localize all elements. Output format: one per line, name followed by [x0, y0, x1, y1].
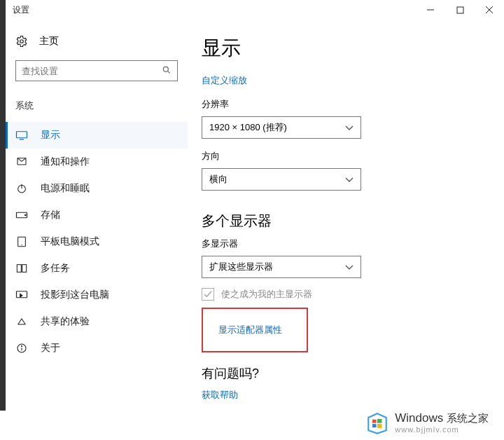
svg-rect-17 — [22, 265, 27, 273]
adapter-properties-link[interactable]: 显示适配器属性 — [218, 324, 282, 336]
settings-window: 设置 主页 — [6, 0, 504, 411]
custom-scale-link[interactable]: 自定义缩放 — [202, 74, 497, 87]
resolution-select[interactable]: 1920 × 1080 (推荐) — [202, 116, 361, 139]
sidebar-item-display[interactable]: 显示 — [6, 122, 188, 149]
multi-display-value: 扩展这些显示器 — [209, 261, 273, 273]
sidebar-item-project[interactable]: 投影到这台电脑 — [6, 282, 188, 308]
search-icon — [162, 65, 172, 77]
sidebar-item-notifications[interactable]: 通知和操作 — [6, 149, 188, 175]
orientation-value: 横向 — [209, 173, 227, 186]
svg-rect-26 — [377, 424, 382, 428]
svg-point-4 — [20, 40, 24, 43]
sidebar-item-label: 显示 — [41, 129, 60, 142]
search-box[interactable] — [15, 60, 178, 81]
storage-icon — [15, 209, 28, 221]
watermark-brand-en: Windows — [395, 411, 443, 425]
help-title: 有问题吗? — [202, 365, 497, 382]
about-icon — [15, 342, 28, 355]
sidebar-item-label: 共享的体验 — [41, 315, 90, 328]
svg-point-5 — [163, 67, 168, 71]
home-label: 主页 — [39, 35, 59, 48]
windows-logo-icon — [365, 411, 389, 434]
page-title: 显示 — [202, 35, 497, 62]
content-pane: 显示 自定义缩放 分辨率 1920 × 1080 (推荐) 方向 横向 多个显示… — [188, 20, 504, 411]
notifications-icon — [15, 156, 28, 168]
checkbox-icon — [202, 288, 214, 301]
chevron-down-icon — [345, 262, 354, 273]
svg-rect-24 — [377, 419, 382, 423]
sidebar-item-tablet[interactable]: 平板电脑模式 — [6, 228, 188, 255]
chevron-down-icon — [345, 174, 354, 185]
sidebar-item-label: 电源和睡眠 — [41, 182, 90, 195]
svg-line-6 — [167, 71, 169, 73]
tablet-icon — [15, 235, 28, 248]
sidebar-item-multitask[interactable]: 多任务 — [6, 255, 188, 282]
titlebar: 设置 — [6, 0, 504, 20]
display-icon — [15, 129, 28, 142]
sidebar-item-shared[interactable]: 共享的体验 — [6, 308, 188, 335]
resolution-label: 分辨率 — [202, 98, 497, 111]
window-title: 设置 — [13, 4, 29, 16]
project-icon — [15, 289, 28, 301]
chevron-down-icon — [345, 123, 354, 133]
maximize-button[interactable] — [445, 0, 475, 20]
sidebar-item-label: 平板电脑模式 — [41, 235, 99, 248]
primary-display-label: 使之成为我的主显示器 — [221, 288, 312, 301]
orientation-select[interactable]: 横向 — [202, 168, 361, 191]
svg-rect-1 — [457, 7, 463, 13]
watermark: Windows 系统之家 www.bjjmlv.com — [365, 411, 489, 434]
minimize-button[interactable] — [416, 0, 445, 20]
sidebar-item-label: 通知和操作 — [41, 156, 90, 168]
svg-rect-16 — [17, 265, 21, 273]
multi-display-select[interactable]: 扩展这些显示器 — [202, 256, 361, 278]
adapter-highlight: 显示适配器属性 — [202, 308, 308, 352]
svg-rect-25 — [372, 424, 377, 427]
sidebar-item-storage[interactable]: 存储 — [6, 202, 188, 228]
power-icon — [15, 182, 28, 195]
sidebar-item-label: 存储 — [41, 209, 60, 221]
orientation-label: 方向 — [202, 150, 497, 163]
sidebar-nav: 显示 通知和操作 电源和睡眠 存储 平板电脑模式 — [15, 122, 178, 362]
watermark-text: Windows 系统之家 www.bjjmlv.com — [395, 411, 489, 434]
sidebar: 主页 系统 显示 通知和操作 电源 — [6, 20, 188, 411]
sidebar-item-about[interactable]: 关于 — [6, 335, 188, 362]
multi-display-title: 多个显示器 — [202, 212, 497, 231]
watermark-brand-cn: 系统之家 — [447, 412, 489, 424]
home-button[interactable]: 主页 — [15, 28, 178, 60]
sidebar-item-power[interactable]: 电源和睡眠 — [6, 175, 188, 202]
multitask-icon — [15, 262, 28, 275]
svg-rect-18 — [17, 291, 27, 298]
resolution-value: 1920 × 1080 (推荐) — [209, 121, 287, 134]
svg-rect-23 — [372, 420, 377, 423]
window-controls — [416, 0, 504, 20]
primary-display-checkbox: 使之成为我的主显示器 — [202, 288, 497, 301]
sidebar-item-label: 投影到这台电脑 — [41, 289, 109, 301]
multi-display-label: 多显示器 — [202, 238, 497, 250]
sidebar-group-title: 系统 — [15, 99, 178, 112]
sidebar-item-label: 关于 — [41, 342, 60, 355]
svg-point-22 — [21, 345, 22, 346]
svg-rect-7 — [17, 132, 27, 138]
watermark-url: www.bjjmlv.com — [395, 425, 489, 434]
shared-icon — [15, 315, 28, 328]
get-help-link[interactable]: 获取帮助 — [202, 389, 497, 401]
sidebar-item-label: 多任务 — [41, 262, 70, 275]
search-input[interactable] — [22, 66, 162, 76]
svg-point-13 — [25, 214, 27, 216]
close-button[interactable] — [475, 0, 504, 20]
home-gear-icon — [15, 35, 28, 48]
